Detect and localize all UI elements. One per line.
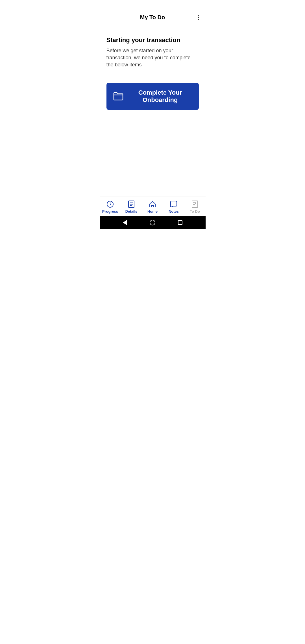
clock-icon [106, 200, 114, 208]
recent-square-icon [178, 220, 182, 225]
android-navigation-bar [100, 216, 206, 229]
dot2 [198, 17, 199, 18]
dot3 [198, 19, 199, 20]
back-icon [123, 220, 127, 225]
main-content: Starting your transaction Before we get … [100, 25, 206, 197]
onboarding-button-label: Complete Your Onboarding [128, 89, 192, 104]
home-circle-icon [150, 220, 155, 225]
todo-icon [191, 200, 199, 208]
page-title: My To Do [140, 14, 165, 21]
dot1 [198, 15, 199, 16]
home-icon [149, 200, 156, 208]
folder-icon [113, 92, 123, 101]
home-button[interactable] [149, 219, 156, 226]
section-description: Before we get started on your transactio… [106, 47, 199, 69]
svg-rect-5 [171, 201, 177, 206]
bottom-navigation: Progress Details Home N [100, 197, 206, 216]
document-icon [127, 200, 135, 208]
app-header: My To Do [100, 0, 206, 25]
nav-item-home[interactable]: Home [142, 200, 163, 214]
nav-item-progress[interactable]: Progress [100, 200, 121, 214]
complete-onboarding-button[interactable]: Complete Your Onboarding [106, 83, 199, 110]
more-options-button[interactable] [197, 14, 200, 21]
nav-item-details[interactable]: Details [121, 200, 142, 214]
nav-label-todo: To Do [190, 209, 200, 214]
chat-icon [170, 200, 178, 208]
back-button[interactable] [122, 219, 128, 226]
section-title: Starting your transaction [106, 36, 199, 44]
nav-label-notes: Notes [169, 209, 179, 214]
recents-button[interactable] [177, 219, 183, 226]
nav-label-details: Details [125, 209, 138, 214]
nav-label-home: Home [147, 209, 158, 214]
nav-label-progress: Progress [102, 209, 118, 214]
nav-item-notes[interactable]: Notes [163, 200, 184, 214]
nav-item-todo[interactable]: To Do [184, 200, 206, 214]
